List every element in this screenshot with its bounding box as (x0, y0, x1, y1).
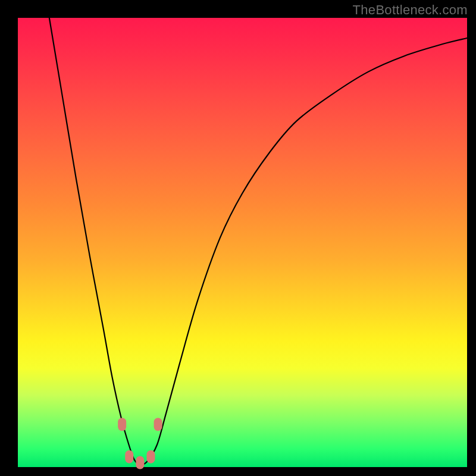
curve-marker (154, 418, 162, 431)
curve-marker (146, 450, 155, 464)
chart-stage: TheBottleneck.com (0, 0, 476, 476)
bottleneck-curve (49, 18, 467, 465)
curve-markers (118, 418, 162, 469)
curve-marker (125, 450, 133, 464)
curve-marker (118, 418, 126, 431)
curve-svg (18, 18, 467, 467)
watermark-text: TheBottleneck.com (353, 2, 468, 18)
curve-marker (136, 456, 144, 469)
plot-area (18, 18, 467, 467)
